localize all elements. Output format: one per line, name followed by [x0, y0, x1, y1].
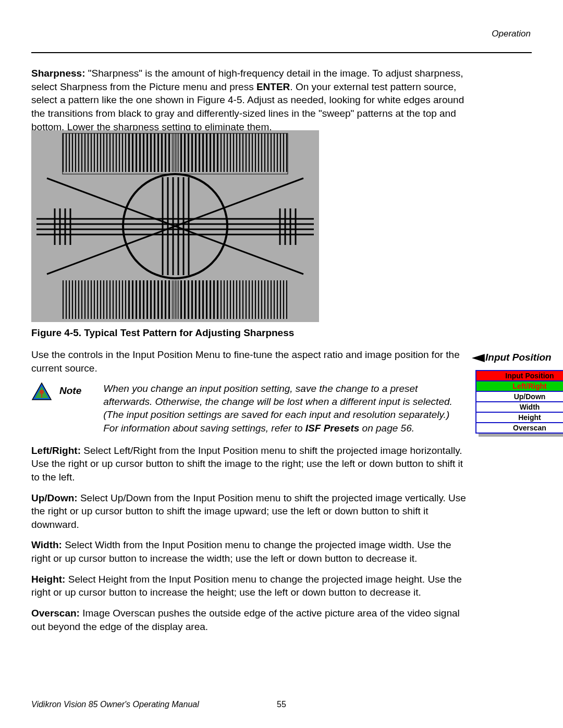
svg-rect-83 — [94, 280, 95, 319]
svg-rect-45 — [199, 133, 200, 172]
svg-rect-81 — [88, 280, 89, 319]
svg-rect-128 — [239, 280, 240, 319]
note-label: Note — [59, 382, 81, 397]
svg-rect-51 — [221, 133, 222, 172]
width-title: Width: — [31, 539, 62, 550]
svg-rect-38 — [177, 133, 177, 172]
svg-rect-103 — [161, 280, 163, 319]
svg-rect-110 — [178, 280, 179, 319]
svg-rect-92 — [122, 280, 123, 319]
svg-rect-49 — [213, 133, 215, 172]
svg-rect-141 — [280, 280, 281, 319]
svg-rect-18 — [113, 133, 114, 172]
svg-rect-107 — [174, 280, 174, 319]
svg-rect-30 — [154, 133, 155, 172]
svg-rect-120 — [213, 280, 215, 319]
svg-rect-43 — [191, 133, 193, 172]
svg-rect-130 — [246, 280, 247, 319]
svg-rect-71 — [283, 133, 284, 172]
svg-rect-89 — [113, 280, 114, 319]
svg-rect-29 — [150, 133, 152, 172]
svg-rect-28 — [146, 133, 148, 172]
svg-rect-33 — [165, 133, 166, 172]
svg-rect-85 — [100, 280, 101, 319]
svg-rect-77 — [75, 280, 76, 319]
svg-rect-123 — [224, 280, 225, 319]
svg-rect-2 — [63, 133, 64, 172]
svg-rect-114 — [191, 280, 193, 319]
sharpness-title: Sharpness: — [31, 68, 85, 79]
height-title: Height: — [31, 574, 65, 585]
svg-rect-67 — [271, 133, 272, 172]
section-header: Operation — [492, 29, 531, 39]
svg-rect-62 — [255, 133, 256, 172]
svg-rect-58 — [242, 133, 243, 172]
svg-rect-102 — [157, 280, 159, 319]
svg-rect-5 — [72, 133, 73, 172]
svg-rect-42 — [188, 133, 189, 172]
svg-rect-88 — [109, 280, 111, 319]
svg-rect-112 — [184, 280, 186, 319]
svg-rect-78 — [78, 280, 79, 319]
updown-title: Up/Down: — [31, 492, 78, 503]
page: Operation Sharpness: "Sharpness" is the … — [0, 0, 563, 728]
svg-rect-72 — [286, 133, 287, 172]
svg-rect-140 — [277, 280, 278, 319]
svg-rect-54 — [230, 133, 231, 172]
svg-rect-109 — [177, 280, 177, 319]
svg-rect-9 — [84, 133, 85, 172]
manual-title: Vidikron Vision 85 Owner's Operating Man… — [31, 700, 199, 709]
svg-rect-80 — [84, 280, 85, 319]
sharpness-paragraph: Sharpness: "Sharpness" is the amount of … — [31, 67, 467, 141]
svg-rect-129 — [242, 280, 243, 319]
figure-caption: Figure 4-5. Typical Test Pattern for Adj… — [31, 327, 467, 339]
svg-rect-86 — [103, 280, 104, 319]
svg-rect-17 — [109, 133, 111, 172]
svg-rect-23 — [128, 133, 130, 172]
svg-rect-39 — [178, 133, 179, 172]
svg-rect-104 — [165, 280, 166, 319]
svg-rect-14 — [100, 133, 101, 172]
svg-rect-99 — [146, 280, 148, 319]
svg-rect-90 — [116, 280, 117, 319]
enter-label: ENTER — [256, 81, 290, 92]
svg-rect-133 — [255, 280, 256, 319]
svg-rect-59 — [246, 133, 247, 172]
note-icon — [31, 382, 52, 401]
svg-rect-131 — [249, 280, 250, 319]
menu-item-updown: Up/Down — [476, 391, 563, 402]
menu-item-leftright: Left/Right — [476, 381, 563, 391]
inputpos-intro-text: Use the controls in the Input Position M… — [31, 348, 467, 375]
horizontal-rule — [31, 52, 532, 53]
svg-rect-113 — [188, 280, 189, 319]
svg-rect-35 — [172, 133, 173, 172]
svg-rect-111 — [180, 280, 182, 319]
svg-rect-66 — [267, 133, 268, 172]
svg-rect-115 — [195, 280, 197, 319]
svg-rect-119 — [210, 280, 211, 319]
svg-rect-65 — [264, 133, 265, 172]
svg-rect-118 — [206, 280, 207, 319]
test-pattern-image — [31, 130, 319, 322]
svg-rect-4 — [69, 133, 70, 172]
svg-rect-24 — [132, 133, 133, 172]
figure-container: Figure 4-5. Typical Test Pattern for Adj… — [31, 130, 467, 347]
note-isf: ISF Presets — [305, 423, 360, 434]
svg-rect-96 — [136, 280, 137, 319]
svg-rect-57 — [239, 133, 240, 172]
svg-rect-97 — [139, 280, 141, 319]
svg-rect-53 — [227, 133, 228, 172]
svg-rect-106 — [172, 280, 173, 319]
svg-rect-64 — [261, 133, 262, 172]
svg-rect-36 — [174, 133, 174, 172]
svg-rect-168 — [41, 394, 42, 398]
svg-rect-6 — [75, 133, 76, 172]
svg-rect-34 — [168, 133, 170, 172]
updown-body: Select Up/Down from the Input Position m… — [31, 492, 466, 530]
leftright-title: Left/Right: — [31, 445, 81, 456]
svg-rect-125 — [230, 280, 231, 319]
page-footer: Vidikron Vision 85 Owner's Operating Man… — [31, 700, 532, 709]
svg-rect-68 — [274, 133, 275, 172]
svg-rect-137 — [267, 280, 268, 319]
svg-rect-21 — [122, 133, 123, 172]
